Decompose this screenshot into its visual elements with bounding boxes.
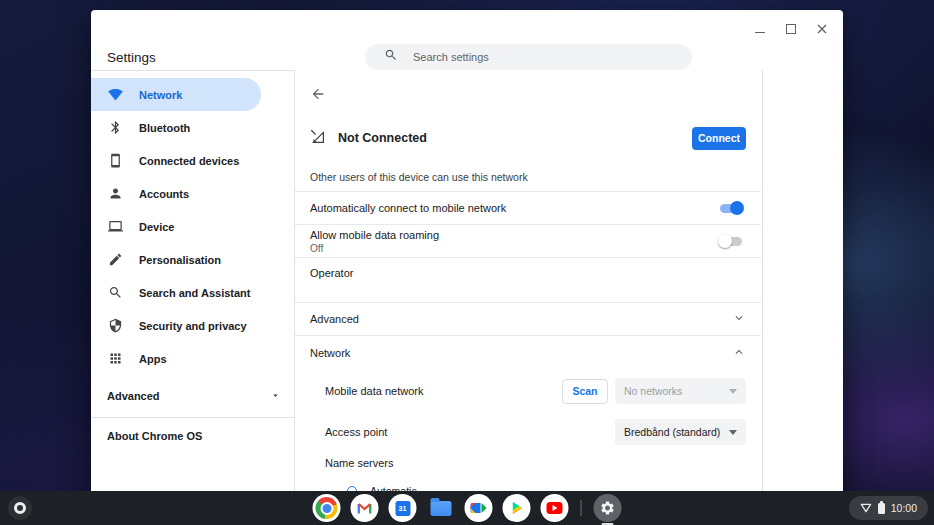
- maximize-icon[interactable]: [784, 22, 798, 36]
- network-section-header[interactable]: Network: [295, 336, 761, 369]
- dropdown-caret-icon: [729, 430, 737, 435]
- settings-window: Settings Search settings Network Bluetoo…: [91, 10, 843, 491]
- name-servers-label: Name servers: [325, 457, 393, 469]
- networks-dropdown[interactable]: No networks: [615, 378, 746, 404]
- networks-dropdown-value: No networks: [624, 385, 682, 397]
- chrome-icon: [316, 497, 338, 519]
- sidebar-item-search-assistant[interactable]: Search and Assistant: [91, 276, 294, 309]
- close-icon[interactable]: [815, 22, 829, 36]
- pen-icon: [107, 252, 123, 268]
- shelf: 31 10:00: [0, 491, 934, 525]
- shelf-app-meet[interactable]: [465, 494, 493, 522]
- sidebar-item-label: Bluetooth: [139, 122, 190, 134]
- sidebar-item-label: Accounts: [139, 188, 189, 200]
- chromeos-desktop: { "window": { "title": "Settings" }, "se…: [0, 0, 934, 525]
- settings-header: Settings Search settings: [91, 10, 843, 71]
- person-icon: [107, 186, 123, 202]
- search-icon: [384, 48, 398, 66]
- about-label: About Chrome OS: [107, 430, 202, 442]
- access-point-value: Bredbånd (standard): [624, 426, 720, 438]
- back-arrow-icon[interactable]: [310, 86, 328, 104]
- sidebar-item-bluetooth[interactable]: Bluetooth: [91, 111, 294, 144]
- sidebar-item-label: Security and privacy: [139, 320, 247, 332]
- mobile-network-page: Not Connected Connect Other users of thi…: [295, 70, 763, 491]
- sidebar-item-label: Connected devices: [139, 155, 239, 167]
- calendar-icon: 31: [395, 501, 410, 516]
- search-icon: [107, 285, 123, 301]
- shelf-app-settings[interactable]: [594, 494, 622, 522]
- sidebar-item-apps[interactable]: Apps: [91, 342, 294, 375]
- roaming-state: Off: [310, 243, 439, 254]
- bluetooth-icon: [107, 120, 123, 136]
- battery-icon: [878, 503, 885, 514]
- network-share-note: Other users of this device can use this …: [295, 163, 761, 192]
- launcher-icon: [14, 502, 26, 514]
- access-point-dropdown[interactable]: Bredbånd (standard): [615, 419, 746, 445]
- advanced-section-header[interactable]: Advanced: [295, 303, 761, 336]
- shelf-app-files[interactable]: [427, 494, 455, 522]
- shelf-app-calendar[interactable]: 31: [389, 494, 417, 522]
- signal-icon: [860, 503, 872, 513]
- shelf-separator: [581, 500, 582, 516]
- shield-icon: [107, 318, 123, 334]
- main-content: Not Connected Connect Other users of thi…: [295, 70, 843, 491]
- sidebar-advanced-expander[interactable]: Advanced: [91, 381, 294, 411]
- window-controls: [753, 22, 829, 36]
- mobile-data-network-row: Mobile data network Scan No networks: [295, 369, 761, 413]
- sidebar-item-about-chromeos[interactable]: About Chrome OS: [91, 418, 294, 454]
- access-point-label: Access point: [325, 426, 387, 438]
- shelf-app-gmail[interactable]: [351, 494, 379, 522]
- chevron-down-icon: [732, 311, 746, 327]
- advanced-section-label: Advanced: [310, 313, 359, 325]
- connection-status-text: Not Connected: [338, 131, 679, 145]
- sidebar-item-security-privacy[interactable]: Security and privacy: [91, 309, 294, 342]
- sidebar-item-label: Device: [139, 221, 174, 233]
- dropdown-caret-icon: [729, 389, 737, 394]
- cellular-off-icon: [310, 129, 325, 148]
- chevron-up-icon: [732, 345, 746, 361]
- status-tray[interactable]: 10:00: [849, 496, 928, 520]
- roaming-label: Allow mobile data roaming: [310, 229, 439, 241]
- sidebar-item-device[interactable]: Device: [91, 210, 294, 243]
- sidebar-item-label: Search and Assistant: [139, 287, 250, 299]
- roaming-row: Allow mobile data roaming Off: [295, 225, 761, 258]
- shelf-app-play-store[interactable]: [503, 494, 531, 522]
- shelf-app-youtube[interactable]: [541, 494, 569, 522]
- operator-row: Operator: [295, 258, 761, 303]
- search-placeholder: Search settings: [413, 51, 489, 63]
- apps-grid-icon: [107, 351, 123, 367]
- smartphone-icon: [107, 153, 123, 169]
- laptop-icon: [107, 219, 123, 235]
- connection-status-row: Not Connected Connect: [295, 113, 761, 163]
- wifi-icon: [107, 87, 123, 103]
- access-point-row: Access point Bredbånd (standard): [295, 413, 761, 451]
- connect-button[interactable]: Connect: [692, 127, 746, 150]
- files-folder-icon: [430, 501, 451, 516]
- meet-camera-icon: [471, 503, 487, 513]
- minimize-icon[interactable]: [753, 22, 767, 36]
- mobile-data-network-label: Mobile data network: [325, 385, 423, 397]
- play-store-icon: [510, 501, 524, 515]
- auto-connect-label: Automatically connect to mobile network: [310, 202, 506, 214]
- gear-icon: [600, 500, 616, 516]
- clock: 10:00: [891, 502, 917, 514]
- advanced-label: Advanced: [107, 390, 160, 402]
- sidebar-item-accounts[interactable]: Accounts: [91, 177, 294, 210]
- shelf-app-chrome[interactable]: [313, 494, 341, 522]
- search-input[interactable]: Search settings: [365, 44, 692, 70]
- gmail-icon: [357, 502, 373, 515]
- network-section-label: Network: [310, 347, 350, 359]
- sidebar-item-label: Network: [139, 89, 182, 101]
- launcher-button[interactable]: [8, 496, 32, 520]
- scan-button[interactable]: Scan: [562, 379, 608, 404]
- sidebar-item-network[interactable]: Network: [91, 78, 261, 111]
- shelf-apps: 31: [313, 494, 622, 522]
- auto-connect-toggle[interactable]: [720, 204, 742, 213]
- youtube-icon: [547, 502, 563, 514]
- sidebar-item-personalisation[interactable]: Personalisation: [91, 243, 294, 276]
- sidebar-item-connected-devices[interactable]: Connected devices: [91, 144, 294, 177]
- page-title: Settings: [107, 50, 156, 65]
- auto-connect-row: Automatically connect to mobile network: [295, 192, 761, 225]
- name-servers-automatic-option: Automatic: [295, 481, 761, 491]
- roaming-toggle[interactable]: [720, 237, 742, 246]
